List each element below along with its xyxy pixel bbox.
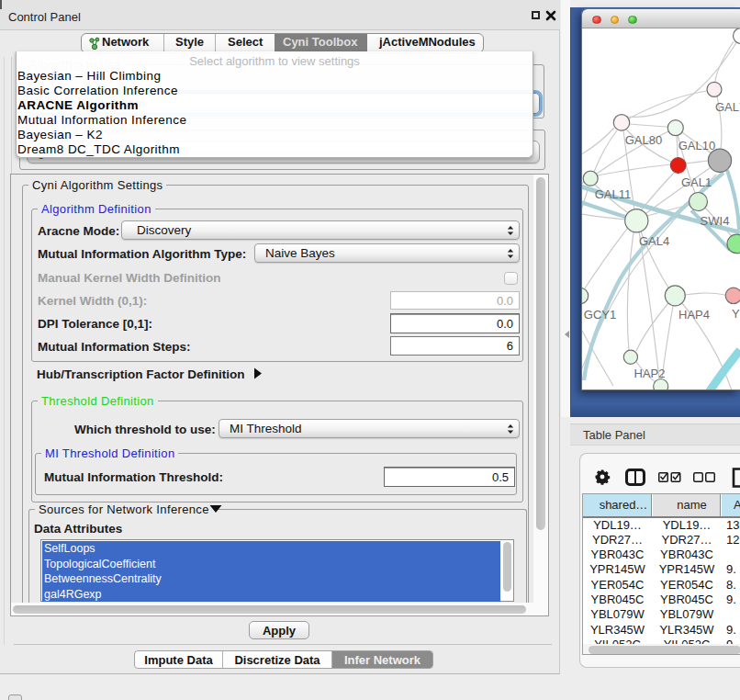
svg-text:HAP4: HAP4 [678,308,710,322]
svg-text:SWI4: SWI4 [701,214,730,228]
svg-text:HAP2: HAP2 [634,367,666,380]
svg-text:GAL80: GAL80 [625,133,662,147]
svg-text:YM: YM [732,307,740,321]
svg-text:GAL1: GAL1 [681,175,712,189]
svg-text:GAL10: GAL10 [678,139,715,152]
svg-text:GAL11: GAL11 [595,187,632,201]
svg-text:GAL7: GAL7 [715,100,740,114]
svg-text:GCY1: GCY1 [584,308,616,322]
svg-text:GAL4: GAL4 [639,234,669,248]
